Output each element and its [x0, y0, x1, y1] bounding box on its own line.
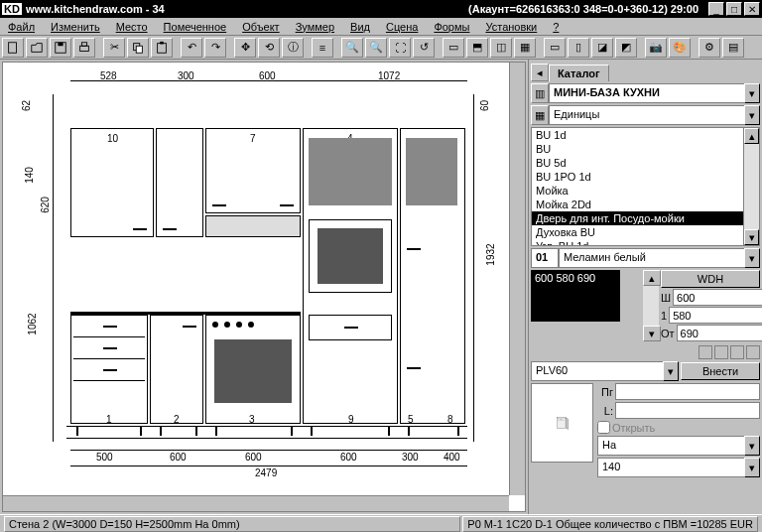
menu-file[interactable]: Файл — [4, 20, 39, 34]
zoom-fit-icon[interactable]: ⛶ — [389, 38, 411, 58]
input-w[interactable] — [673, 289, 762, 306]
catalog-prev-icon[interactable]: ◂ — [531, 64, 549, 81]
dims-down-icon[interactable]: ▾ — [643, 326, 661, 341]
base-drawers-1[interactable] — [70, 315, 148, 424]
menu-help[interactable]: ? — [549, 20, 563, 34]
view-persp-icon[interactable]: ◩ — [615, 38, 637, 58]
open-checkbox[interactable] — [597, 421, 610, 434]
redo-icon[interactable]: ↷ — [204, 38, 226, 58]
items-listbox[interactable]: BU 1dBUBU 5dBU 1PO 1dМойкаМойка 2DdДверь… — [531, 127, 760, 246]
canvas-hscroll[interactable] — [3, 495, 509, 511]
zoom-in-icon[interactable]: 🔍 — [341, 38, 363, 58]
ha-combo[interactable]: Ha▾ — [597, 436, 760, 456]
oven-drawer[interactable] — [309, 315, 392, 340]
info-icon[interactable]: ⓘ — [282, 38, 304, 58]
tool-d-icon[interactable]: ▦ — [514, 38, 536, 58]
menu-edit[interactable]: Изменить — [47, 20, 104, 34]
extra-a-icon[interactable]: ⚙ — [698, 38, 720, 58]
tool-b-icon[interactable]: ⬒ — [466, 38, 488, 58]
list-item[interactable]: BU — [532, 142, 759, 156]
svg-rect-7 — [158, 43, 167, 53]
menu-scene[interactable]: Сцена — [382, 20, 422, 34]
wall-cabinet-hood[interactable] — [205, 215, 301, 237]
canvas-vscroll[interactable] — [509, 63, 525, 495]
layers-icon[interactable]: ≡ — [312, 38, 333, 58]
model-combo[interactable]: PLV60 ▾ — [531, 361, 679, 381]
mini-b-icon[interactable] — [714, 345, 728, 359]
input-h[interactable] — [677, 325, 762, 341]
tool-a-icon[interactable]: ▭ — [443, 38, 464, 58]
list-item[interactable]: Мойка — [532, 184, 759, 198]
dims-up-icon[interactable]: ▴ — [643, 270, 661, 286]
units-icon[interactable]: ▦ — [531, 105, 549, 125]
list-item[interactable]: Дверь для инт. Посудо-мойки — [532, 211, 759, 225]
drop-icon[interactable]: ▾ — [744, 458, 760, 477]
open-icon[interactable] — [26, 38, 48, 58]
drop-icon[interactable]: ▾ — [744, 436, 760, 456]
base-2[interactable] — [150, 315, 203, 424]
close-button[interactable]: ✕ — [744, 2, 760, 16]
menu-settings[interactable]: Установки — [481, 20, 541, 34]
scroll-up-icon[interactable]: ▴ — [744, 128, 759, 144]
input-l[interactable] — [615, 402, 760, 419]
print-icon[interactable] — [73, 38, 95, 58]
list-item[interactable]: Угл. BU 1d — [532, 239, 759, 246]
menu-view[interactable]: Вид — [346, 20, 374, 34]
rotate-icon[interactable]: ⟲ — [258, 38, 280, 58]
apply-button[interactable]: Внести — [681, 362, 760, 380]
undo-icon[interactable]: ↶ — [181, 38, 202, 58]
move-icon[interactable]: ✥ — [234, 38, 256, 58]
cut-icon[interactable]: ✂ — [103, 38, 125, 58]
base-stove-3[interactable] — [205, 315, 301, 424]
maximize-button[interactable]: □ — [726, 2, 742, 16]
finish-combo[interactable]: 01 Меламин белый ▾ — [531, 248, 760, 268]
ha-value-combo[interactable]: 140▾ — [597, 458, 760, 477]
catalog-name-combo[interactable]: ▥ МИНИ-БАЗА КУХНИ ▾ — [531, 83, 760, 103]
drop-icon[interactable]: ▾ — [744, 248, 760, 268]
zoom-out-icon[interactable]: 🔍 — [365, 38, 387, 58]
dims-listed[interactable]: 600 580 690 — [531, 270, 620, 322]
extra-b-icon[interactable]: ▤ — [722, 38, 744, 58]
mini-c-icon[interactable] — [730, 345, 744, 359]
drawing-canvas[interactable]: 528 300 600 1072 62 140 1062 620 1932 60… — [2, 62, 526, 512]
mini-d-icon[interactable] — [746, 345, 760, 359]
list-scrollbar[interactable]: ▴ ▾ — [743, 128, 759, 245]
tool-c-icon[interactable]: ◫ — [490, 38, 512, 58]
camera-icon[interactable]: 📷 — [645, 38, 667, 58]
new-icon[interactable] — [2, 38, 24, 58]
drop-icon[interactable]: ▾ — [744, 105, 760, 125]
drop-icon[interactable]: ▾ — [744, 83, 760, 103]
list-item[interactable]: Духовка BU — [532, 225, 759, 239]
menu-place[interactable]: Место — [112, 20, 152, 34]
view-elev-icon[interactable]: ▯ — [568, 38, 589, 58]
save-icon[interactable] — [50, 38, 71, 58]
view-plan-icon[interactable]: ▭ — [544, 38, 566, 58]
menu-object[interactable]: Объект — [238, 20, 283, 34]
wall-cabinet-10[interactable]: 10 — [70, 128, 154, 237]
minimize-button[interactable]: _ — [708, 2, 724, 16]
menu-marked[interactable]: Помеченное — [160, 20, 231, 34]
menu-zoom[interactable]: Зуммер — [292, 20, 338, 34]
oven-upper[interactable] — [309, 219, 392, 293]
menu-forms[interactable]: Формы — [430, 20, 473, 34]
list-item[interactable]: BU 5d — [532, 156, 759, 170]
list-item[interactable]: BU 1d — [532, 128, 759, 142]
render-icon[interactable]: 🎨 — [669, 38, 691, 58]
wall-cabinet-7[interactable]: 7 — [205, 128, 301, 213]
paste-icon[interactable] — [151, 38, 173, 58]
list-item[interactable]: Мойка 2Dd — [532, 198, 759, 211]
zoom-prev-icon[interactable]: ↺ — [413, 38, 435, 58]
copy-icon[interactable] — [127, 38, 149, 58]
drop-icon[interactable]: ▾ — [663, 361, 679, 381]
wdh-button[interactable]: WDH — [661, 270, 760, 288]
list-item[interactable]: BU 1PO 1d — [532, 170, 759, 184]
catalog-tab[interactable]: Каталог — [549, 65, 609, 81]
wall-cabinet-narrow[interactable] — [156, 128, 203, 237]
view-3d-icon[interactable]: ◪ — [591, 38, 613, 58]
input-d[interactable] — [669, 307, 762, 324]
mini-a-icon[interactable] — [698, 345, 712, 359]
scroll-down-icon[interactable]: ▾ — [744, 229, 759, 245]
units-combo[interactable]: ▦ Единицы ▾ — [531, 105, 760, 125]
input-pg[interactable] — [615, 383, 760, 400]
catalog-book-icon[interactable]: ▥ — [531, 83, 549, 103]
